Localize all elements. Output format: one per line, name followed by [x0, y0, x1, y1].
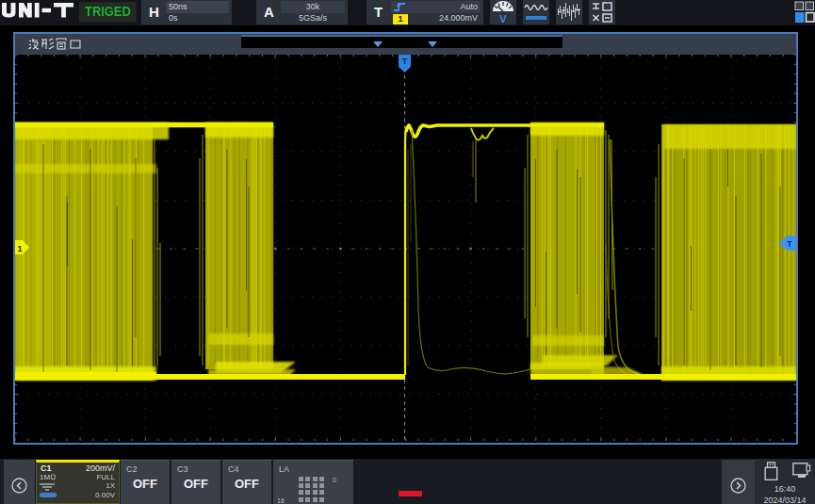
svg-text:T: T — [787, 239, 792, 249]
svg-text:1: 1 — [17, 244, 22, 253]
svg-text:V: V — [499, 13, 507, 24]
svg-text:T: T — [402, 57, 408, 66]
